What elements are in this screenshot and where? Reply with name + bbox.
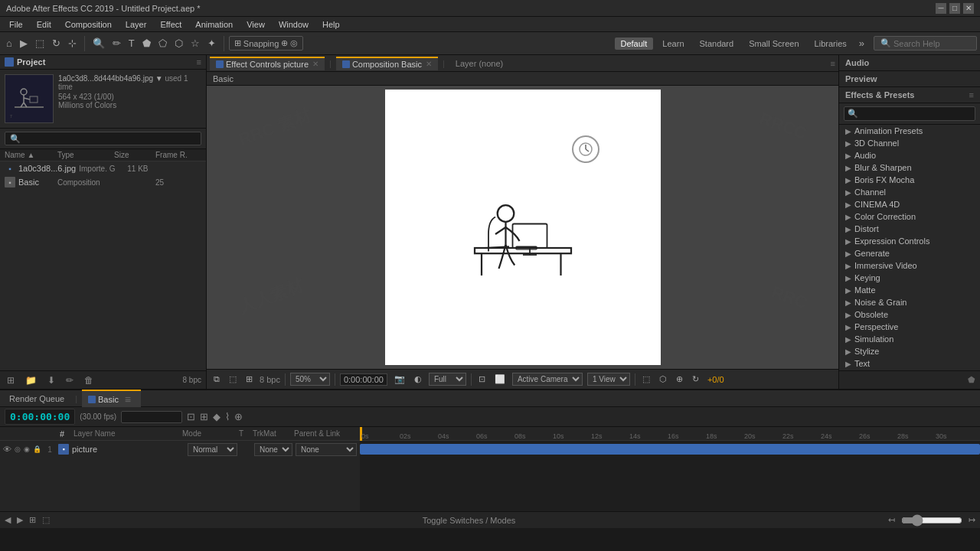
shape-tool[interactable]: ⬟ bbox=[139, 36, 154, 51]
effect-immersive-video[interactable]: ▶ Immersive Video bbox=[839, 259, 980, 272]
vc-more2[interactable]: ⬡ bbox=[657, 373, 669, 385]
camera-tool[interactable]: ⊹ bbox=[65, 36, 80, 51]
col-header-name[interactable]: Name ▲ bbox=[5, 151, 54, 159]
comp-tab-effect-controls[interactable]: Effect Controls picture ✕ bbox=[210, 57, 325, 70]
layer-lock-icon[interactable]: 🔒 bbox=[33, 445, 41, 453]
layer-parent-select[interactable]: None bbox=[296, 443, 357, 456]
menu-edit[interactable]: Edit bbox=[31, 18, 57, 31]
vc-always-preview[interactable]: ⧉ bbox=[211, 373, 222, 385]
effect-color-correction[interactable]: ▶ Color Correction bbox=[839, 210, 980, 223]
tl-stagger-btn[interactable]: ⊞ bbox=[29, 515, 36, 525]
snapping-button[interactable]: ⊞ Snapping ⊕ ◎ bbox=[229, 36, 304, 51]
resolution-select[interactable]: Full Half Third bbox=[429, 373, 466, 386]
vc-more4[interactable]: ↻ bbox=[690, 373, 701, 385]
layer-solo-icon[interactable]: ◉ bbox=[24, 445, 30, 453]
clone-tool[interactable]: ⬡ bbox=[172, 36, 186, 51]
effect-matte[interactable]: ▶ Matte bbox=[839, 284, 980, 296]
find-button[interactable]: ✏ bbox=[64, 374, 76, 386]
tl-zoom-in[interactable]: ↦ bbox=[969, 515, 975, 525]
effect-blur-sharpen[interactable]: ▶ Blur & Sharpen bbox=[839, 161, 980, 174]
effect-keying[interactable]: ▶ Keying bbox=[839, 272, 980, 284]
roto-tool[interactable]: ☆ bbox=[188, 36, 203, 51]
workspace-standard[interactable]: Standard bbox=[694, 37, 740, 50]
col-header-type[interactable]: Type bbox=[57, 151, 111, 159]
minimize-button[interactable]: ─ bbox=[936, 3, 946, 14]
effect-animation-presets[interactable]: ▶ Animation Presets bbox=[839, 125, 980, 137]
tl-zoom-out[interactable]: ↤ bbox=[888, 515, 895, 525]
home-tool[interactable]: ⌂ bbox=[3, 36, 15, 51]
effect-3d-channel[interactable]: ▶ 3D Channel bbox=[839, 137, 980, 149]
effect-audio[interactable]: ▶ Audio bbox=[839, 149, 980, 161]
search-tool[interactable]: 🔍 bbox=[90, 36, 108, 51]
camera-select[interactable]: Active Camera bbox=[512, 373, 583, 386]
menu-composition[interactable]: Composition bbox=[59, 18, 118, 31]
effects-search-input[interactable] bbox=[858, 109, 972, 119]
workspace-default[interactable]: Default bbox=[615, 37, 654, 50]
comp-tab-basic[interactable]: Composition Basic ✕ bbox=[336, 57, 438, 70]
vc-show-channel[interactable]: ◐ bbox=[412, 373, 424, 385]
col-header-size[interactable]: Size bbox=[114, 151, 152, 159]
project-search-input[interactable] bbox=[5, 132, 201, 145]
file-row-comp[interactable]: ▪ Basic Composition 25 bbox=[0, 175, 206, 189]
vc-more1[interactable]: ⬚ bbox=[640, 373, 652, 385]
col-header-frame[interactable]: Frame R. bbox=[155, 151, 201, 159]
menu-help[interactable]: Help bbox=[316, 18, 346, 31]
right-panel-expand-icon[interactable]: ⬟ bbox=[968, 375, 975, 385]
timeline-timecode[interactable]: 0:00:00:00 bbox=[5, 409, 75, 425]
tl-motion-blur[interactable]: ⊕ bbox=[234, 411, 243, 422]
menu-view[interactable]: View bbox=[240, 18, 271, 31]
zoom-select[interactable]: 50% 100% 25% bbox=[290, 373, 330, 386]
effect-generate[interactable]: ▶ Generate bbox=[839, 247, 980, 259]
tl-solo-button[interactable]: ⊡ bbox=[187, 411, 195, 422]
menu-animation[interactable]: Animation bbox=[189, 18, 239, 31]
footage-dropdown-icon[interactable]: ▼ bbox=[155, 74, 163, 83]
tl-collapse-btn[interactable]: ⬚ bbox=[42, 515, 50, 525]
menu-file[interactable]: File bbox=[3, 18, 29, 31]
close-button[interactable]: ✕ bbox=[963, 3, 974, 14]
comp-panel-menu[interactable]: ≡ bbox=[831, 59, 835, 68]
effect-distort[interactable]: ▶ Distort bbox=[839, 223, 980, 235]
rotation-tool[interactable]: ↻ bbox=[49, 36, 64, 51]
tl-parent-button[interactable]: ⊞ bbox=[200, 411, 208, 422]
menu-effect[interactable]: Effect bbox=[154, 18, 188, 31]
viewer-timecode[interactable]: 0:00:00:00 bbox=[340, 373, 387, 386]
effect-channel[interactable]: ▶ Channel bbox=[839, 186, 980, 198]
tl-keyframe-nav-left[interactable]: ◀ bbox=[5, 515, 11, 525]
maximize-button[interactable]: □ bbox=[949, 3, 960, 14]
vc-snapshot[interactable]: 📷 bbox=[392, 373, 407, 385]
project-panel-menu-icon[interactable]: ≡ bbox=[197, 57, 201, 67]
workspace-libraries[interactable]: Libraries bbox=[808, 37, 853, 50]
render-queue-tab[interactable]: Render Queue bbox=[3, 393, 70, 405]
menu-window[interactable]: Window bbox=[273, 18, 315, 31]
tl-keyframe-nav-right[interactable]: ▶ bbox=[17, 515, 23, 525]
vc-fast-preview[interactable]: ⊡ bbox=[476, 373, 488, 385]
type-tool[interactable]: T bbox=[126, 36, 138, 51]
tl-zoom-slider[interactable] bbox=[901, 514, 962, 527]
timeline-search-input[interactable] bbox=[121, 411, 182, 423]
effects-panel-menu-icon[interactable]: ≡ bbox=[969, 90, 974, 99]
layer-mode-select[interactable]: Normal bbox=[188, 443, 237, 456]
effect-noise-grain[interactable]: ▶ Noise & Grain bbox=[839, 296, 980, 308]
view-select[interactable]: 1 View bbox=[587, 373, 630, 386]
paintbrush-tool[interactable]: ⬚ bbox=[32, 36, 47, 51]
vc-more3[interactable]: ⊕ bbox=[674, 373, 685, 385]
effect-obsolete[interactable]: ▶ Obsolete bbox=[839, 308, 980, 321]
mask-tool[interactable]: ⬠ bbox=[155, 36, 170, 51]
new-folder-button[interactable]: 📁 bbox=[23, 374, 39, 386]
import-button[interactable]: ⬇ bbox=[45, 374, 57, 386]
tl-graph-editor[interactable]: ⌇ bbox=[225, 411, 230, 422]
layer-audio-icon[interactable]: ◎ bbox=[15, 445, 21, 453]
effect-text[interactable]: ▶ Text bbox=[839, 357, 980, 370]
effect-simulation[interactable]: ▶ Simulation bbox=[839, 333, 980, 345]
new-composition-button[interactable]: ⊞ bbox=[5, 374, 17, 386]
effect-boris-fx[interactable]: ▶ Boris FX Mocha bbox=[839, 174, 980, 186]
effect-perspective[interactable]: ▶ Perspective bbox=[839, 321, 980, 333]
workspace-overflow-button[interactable]: » bbox=[856, 36, 867, 51]
search-help-input[interactable] bbox=[893, 39, 970, 48]
layer-visibility-icon[interactable]: 👁 bbox=[3, 445, 11, 454]
workspace-small-screen[interactable]: Small Screen bbox=[743, 37, 805, 50]
pen-tool[interactable]: ✏ bbox=[109, 36, 124, 51]
effect-stylize[interactable]: ▶ Stylize bbox=[839, 345, 980, 357]
layer-tab[interactable]: Layer (none) bbox=[449, 57, 509, 70]
comp-tab-close[interactable]: ✕ bbox=[312, 60, 318, 68]
